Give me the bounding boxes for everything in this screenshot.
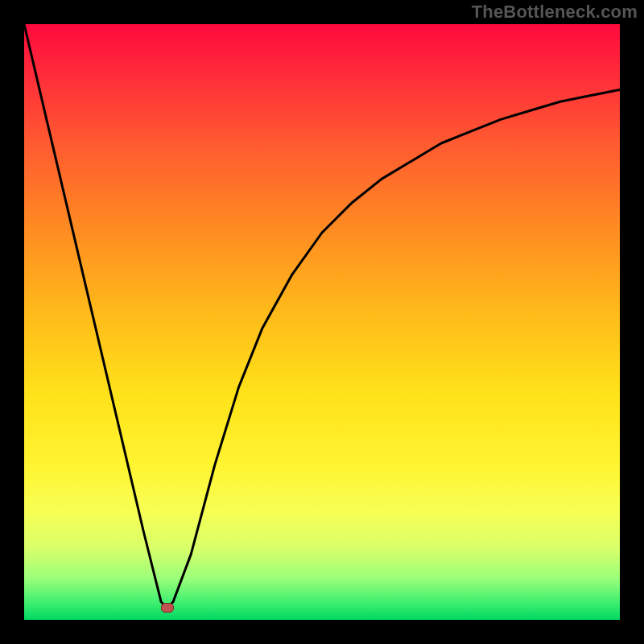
chart-frame: TheBottleneck.com: [0, 0, 644, 644]
plot-area: [24, 24, 620, 620]
optimal-point-marker: [161, 603, 174, 613]
bottleneck-curve: [24, 24, 620, 608]
curve-svg: [24, 24, 620, 620]
watermark-text: TheBottleneck.com: [472, 2, 638, 23]
